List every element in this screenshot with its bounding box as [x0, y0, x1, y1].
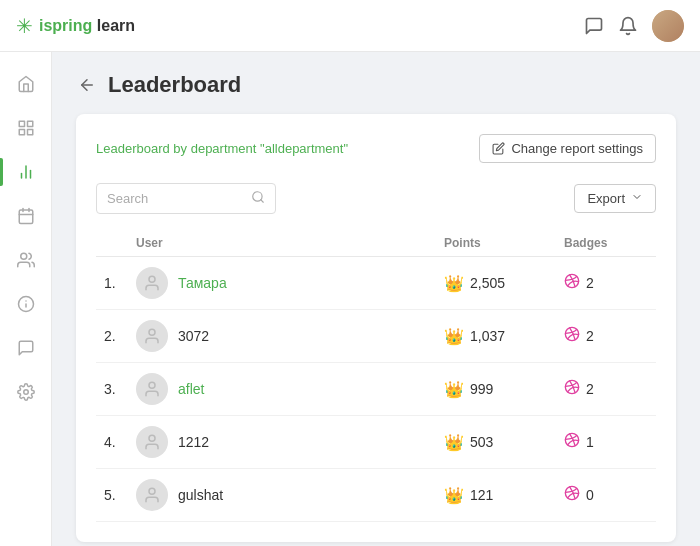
svg-point-23 [149, 382, 155, 388]
points-value: 503 [470, 434, 493, 450]
badge-icon [564, 432, 580, 452]
logo-icon: ✳ [16, 14, 33, 38]
badges-cell: 0 [556, 469, 656, 522]
col-rank [96, 230, 128, 257]
export-button[interactable]: Export [574, 184, 656, 213]
search-icon [251, 190, 265, 207]
search-input[interactable] [107, 191, 245, 206]
change-report-button[interactable]: Change report settings [479, 134, 656, 163]
table-row: 3. aflet 👑 999 [96, 363, 656, 416]
user-avatar-icon [136, 267, 168, 299]
sidebar-item-courses[interactable] [6, 108, 46, 148]
col-user: User [128, 230, 436, 257]
svg-point-21 [149, 329, 155, 335]
notification-icon-button[interactable] [618, 16, 638, 36]
points-cell: 👑 503 [436, 416, 556, 469]
content-area: Leaderboard Leaderboard by department "a… [52, 52, 700, 546]
table-row: 4. 1212 👑 503 [96, 416, 656, 469]
navbar: ✳ ispring learn [0, 0, 700, 52]
points-cell: 👑 1,037 [436, 310, 556, 363]
user-name[interactable]: Тамара [178, 275, 227, 291]
points-cell: 👑 121 [436, 469, 556, 522]
points-cell: 👑 999 [436, 363, 556, 416]
leaderboard-card: Leaderboard by department "alldepartment… [76, 114, 676, 542]
user-cell: gulshat [128, 469, 436, 522]
svg-rect-0 [19, 121, 24, 126]
svg-rect-1 [27, 121, 32, 126]
user-cell: 3072 [128, 310, 436, 363]
chat-icon-button[interactable] [584, 16, 604, 36]
badge-icon [564, 485, 580, 505]
table-row: 2. 3072 👑 1,037 [96, 310, 656, 363]
svg-rect-2 [27, 130, 32, 135]
change-report-label: Change report settings [511, 141, 643, 156]
points-value: 1,037 [470, 328, 505, 344]
svg-point-25 [149, 435, 155, 441]
search-export-row: Export [96, 183, 656, 214]
crown-icon: 👑 [444, 380, 464, 399]
table-row: 5. gulshat 👑 121 [96, 469, 656, 522]
user-avatar-icon [136, 320, 168, 352]
badges-value: 2 [586, 328, 594, 344]
user-avatar-icon [136, 426, 168, 458]
badges-value: 2 [586, 275, 594, 291]
badges-cell: 2 [556, 363, 656, 416]
svg-rect-3 [19, 130, 24, 135]
dept-label: Leaderboard by department "alldepartment… [96, 141, 348, 156]
navbar-icons [584, 10, 684, 42]
sidebar-item-calendar[interactable] [6, 196, 46, 236]
crown-icon: 👑 [444, 327, 464, 346]
leaderboard-table: User Points Badges 1. Тамара [96, 230, 656, 522]
badges-value: 1 [586, 434, 594, 450]
rank-cell: 4. [96, 416, 128, 469]
sidebar-item-reports[interactable] [6, 152, 46, 192]
user-avatar-icon [136, 479, 168, 511]
badges-value: 2 [586, 381, 594, 397]
table-row: 1. Тамара 👑 2,505 [96, 257, 656, 310]
crown-icon: 👑 [444, 274, 464, 293]
col-badges: Badges [556, 230, 656, 257]
user-name: 1212 [178, 434, 209, 450]
svg-line-18 [261, 200, 264, 203]
rank-cell: 3. [96, 363, 128, 416]
badge-icon [564, 379, 580, 399]
sidebar [0, 52, 52, 546]
badges-value: 0 [586, 487, 594, 503]
sidebar-item-info[interactable] [6, 284, 46, 324]
points-value: 121 [470, 487, 493, 503]
page-header: Leaderboard [76, 72, 676, 98]
points-cell: 👑 2,505 [436, 257, 556, 310]
rank-cell: 2. [96, 310, 128, 363]
sidebar-item-settings[interactable] [6, 372, 46, 412]
user-name: gulshat [178, 487, 223, 503]
crown-icon: 👑 [444, 433, 464, 452]
sidebar-item-home[interactable] [6, 64, 46, 104]
user-name[interactable]: aflet [178, 381, 204, 397]
search-box[interactable] [96, 183, 276, 214]
svg-rect-7 [19, 210, 33, 224]
sidebar-item-users[interactable] [6, 240, 46, 280]
badge-icon [564, 273, 580, 293]
user-cell: Тамара [128, 257, 436, 310]
svg-point-15 [23, 390, 28, 395]
rank-cell: 5. [96, 469, 128, 522]
badges-cell: 2 [556, 257, 656, 310]
user-cell: 1212 [128, 416, 436, 469]
user-cell: aflet [128, 363, 436, 416]
crown-icon: 👑 [444, 486, 464, 505]
badge-icon [564, 326, 580, 346]
badges-cell: 2 [556, 310, 656, 363]
chevron-down-icon [631, 191, 643, 206]
back-button[interactable] [76, 74, 98, 96]
main-layout: Leaderboard Leaderboard by department "a… [0, 52, 700, 546]
svg-point-27 [149, 488, 155, 494]
svg-point-11 [20, 253, 26, 259]
logo-text: ispring learn [39, 17, 135, 35]
col-points: Points [436, 230, 556, 257]
page-title: Leaderboard [108, 72, 241, 98]
badges-cell: 1 [556, 416, 656, 469]
user-avatar[interactable] [652, 10, 684, 42]
user-avatar-icon [136, 373, 168, 405]
rank-cell: 1. [96, 257, 128, 310]
sidebar-item-messages[interactable] [6, 328, 46, 368]
